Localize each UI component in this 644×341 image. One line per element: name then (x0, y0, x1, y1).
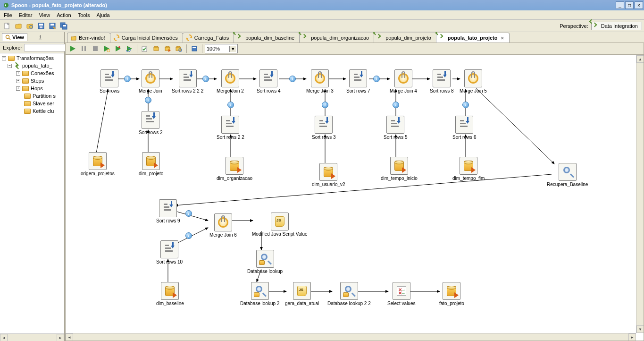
scroll-down-button[interactable]: ▼ (636, 325, 644, 333)
tab-dim-organizacao[interactable]: popula_dim_organizacao (299, 33, 374, 43)
node-sort-rows-5[interactable]: Sort rows 5 (384, 116, 408, 140)
tree-root[interactable]: −Transformações (0, 54, 64, 62)
node-gera-data[interactable]: JSgera_data_atual (285, 282, 319, 306)
show-results-button[interactable] (189, 43, 200, 54)
scroll-up-button[interactable]: ▲ (636, 55, 644, 63)
run-button[interactable] (67, 43, 78, 54)
horizontal-scrollbar[interactable]: ◄ ► (66, 333, 636, 341)
save-as-button[interactable] (47, 21, 58, 31)
node-merge-join-3[interactable]: Merge Join 3 (306, 69, 334, 94)
tab-fato-projeto[interactable]: popula_fato_projeto✕ (436, 33, 510, 43)
save-button[interactable] (36, 21, 46, 31)
debug-button[interactable] (113, 43, 123, 54)
node-sort-rows-3[interactable]: Sort rows 3 (312, 116, 336, 140)
node-merge-join-5[interactable]: Merge Join 5 (460, 69, 487, 94)
minimize-button[interactable]: _ (616, 1, 624, 9)
node-select-values[interactable]: ✕→✕→Select values (387, 282, 415, 306)
node-dim-tempo-inicio[interactable]: dim_tempo_inicio (381, 157, 418, 181)
node-sort-rows-7[interactable]: Sort rows 7 (346, 69, 370, 94)
view-tab-label: View (12, 34, 24, 40)
tab-carga-inicial[interactable]: Carga Inicial Dimensões (110, 33, 183, 43)
node-sort-rows-6[interactable]: Sort rows 6 (452, 116, 477, 140)
info-icon: i (185, 232, 192, 239)
node-merge-join[interactable]: Merge Join (139, 69, 162, 94)
zoom-select[interactable]: 100%▾ (205, 44, 238, 53)
scroll-right-button[interactable]: ► (628, 333, 636, 341)
perspective-button[interactable]: Data Integration (591, 22, 642, 30)
node-db-lookup[interactable]: Database lookup (247, 250, 283, 274)
verify-button[interactable] (140, 43, 150, 54)
design-tab-indicator[interactable]: 1 (39, 34, 42, 40)
node-merge-join-6[interactable]: Merge Join 6 (209, 213, 237, 238)
node-sort-rows-8[interactable]: Sort rows 8 (430, 69, 454, 94)
scroll-left-button[interactable]: ◄ (0, 334, 8, 341)
tree-slave[interactable]: Slave ser (0, 100, 64, 107)
svg-rect-19 (84, 46, 86, 51)
tab-dim-baseline[interactable]: popula_dim_baseline (234, 33, 300, 43)
vertical-scrollbar[interactable]: ▲ ▼ (636, 55, 644, 333)
explore-db-button[interactable] (174, 43, 184, 54)
node-fato-projeto[interactable]: fato_projeto (439, 282, 464, 306)
menu-file[interactable]: File (4, 12, 12, 18)
view-tab[interactable]: View (2, 33, 27, 41)
tab-carrega-fatos[interactable]: Carrega_Fatos (183, 33, 234, 43)
new-file-button[interactable] (2, 21, 12, 31)
tree-partition[interactable]: Partition s (0, 92, 64, 100)
node-db-lookup-2[interactable]: Database lookup 2 (240, 282, 279, 306)
node-sort-rows-22[interactable]: Sort rows 2 2 (217, 116, 244, 140)
svg-rect-36 (192, 47, 196, 48)
tree-steps[interactable]: +Steps (0, 77, 64, 85)
menu-ajuda[interactable]: Ajuda (96, 12, 109, 18)
menu-tools[interactable]: Tools (78, 12, 90, 18)
sql-button[interactable] (162, 43, 173, 54)
svg-rect-4 (39, 24, 43, 26)
node-merge-join-4[interactable]: Merge Join 4 (390, 69, 417, 94)
explore-button[interactable] (25, 21, 35, 31)
tab-dim-projeto[interactable]: popula_dim_projeto (374, 33, 436, 43)
menu-view[interactable]: View (39, 12, 50, 18)
workspace: View 1 Explorer a −Transformações −popul… (0, 32, 644, 341)
node-recupera-baseline[interactable]: Recupera_Baseline (547, 163, 588, 187)
tree-transform[interactable]: −popula_fato_ (0, 62, 64, 69)
close-icon[interactable]: ✕ (501, 36, 504, 40)
node-origem-projetos[interactable]: origem_projetos (81, 152, 115, 176)
svg-marker-21 (104, 46, 109, 51)
node-merge-join-2[interactable]: Merge Join 2 (217, 69, 244, 94)
sidebar-header: View 1 (0, 32, 64, 43)
pause-button[interactable] (79, 43, 89, 54)
maximize-button[interactable]: □ (625, 1, 634, 9)
canvas[interactable]: i i i i i i i i i i i Sort rows Merge Jo… (65, 55, 644, 341)
open-file-button[interactable] (13, 21, 24, 31)
stop-button[interactable] (90, 43, 100, 54)
tree-hops[interactable]: +Hops (0, 85, 64, 92)
tree-kettle[interactable]: Kettle clu (0, 107, 64, 115)
node-sort-rows-10[interactable]: Sort rows 10 (156, 240, 183, 264)
node-sort-rows-222[interactable]: Sort rows 2 2 2 (172, 69, 203, 94)
node-dim-tempo-fim[interactable]: dim_tempo_fim (452, 157, 485, 181)
scroll-left-button[interactable]: ◄ (66, 333, 73, 341)
node-sort-rows-4[interactable]: Sort rows 4 (257, 69, 281, 94)
tab-welcome[interactable]: Bem-vindo! (67, 33, 110, 43)
app-icon (3, 2, 9, 9)
scroll-right-button[interactable]: ► (57, 334, 64, 341)
menu-editar[interactable]: Editar (19, 12, 33, 18)
svg-point-24 (118, 46, 120, 48)
node-dim-baseline[interactable]: dim_baseline (156, 282, 184, 306)
tree-conexoes[interactable]: +Conexões (0, 69, 64, 77)
node-sort-rows-2[interactable]: Sort rows 2 (139, 111, 163, 135)
node-dim-usuario[interactable]: dim_usuario_v2 (312, 163, 345, 187)
node-dim-projeto[interactable]: dim_projeto (139, 152, 163, 176)
node-db-lookup-22[interactable]: Database lookup 2 2 (327, 282, 371, 306)
chevron-down-icon: ▾ (229, 46, 236, 52)
save-all-button[interactable] (59, 21, 69, 31)
replay-button[interactable] (124, 43, 134, 54)
menubar: File Editar View Action Tools Ajuda (0, 10, 644, 20)
node-mod-js[interactable]: JSModified Java Script Value (252, 213, 308, 237)
node-sort-rows[interactable]: Sort rows (100, 69, 119, 94)
close-button[interactable]: × (635, 1, 643, 9)
preview-button[interactable] (101, 43, 112, 54)
impact-button[interactable] (151, 43, 161, 54)
node-sort-rows-9[interactable]: Sort rows 9 (156, 199, 180, 223)
node-dim-organizacao[interactable]: dim_organizacao (217, 157, 252, 181)
menu-action[interactable]: Action (57, 12, 71, 18)
